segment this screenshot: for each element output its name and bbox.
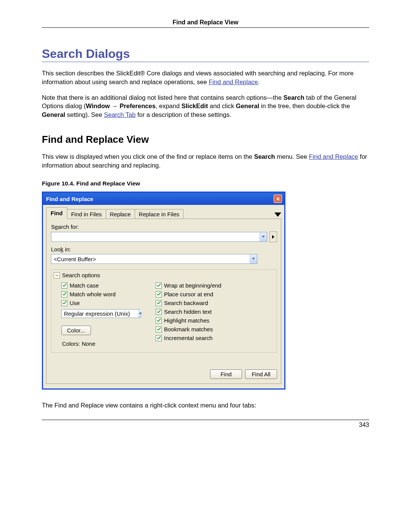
tab-find[interactable]: Find — [46, 207, 67, 219]
text: , expand — [156, 102, 182, 109]
text: and click — [208, 102, 236, 109]
close-button[interactable]: ✕ — [274, 195, 282, 203]
intro-paragraph-2: Note that there is an additional dialog … — [42, 93, 369, 119]
text: menu. See — [275, 153, 309, 160]
check-icon — [157, 336, 161, 340]
group-title-text: Search options — [62, 272, 100, 278]
regex-type-input[interactable] — [62, 310, 139, 318]
tab-replace[interactable]: Replace — [106, 209, 135, 219]
section-heading: Search Dialogs — [42, 47, 369, 62]
text: k — [61, 246, 64, 252]
wrap-checkbox[interactable]: Wrap at beginning/end — [156, 282, 221, 289]
check-icon — [157, 283, 161, 288]
close-icon: ✕ — [276, 196, 280, 202]
search-for-expand-button[interactable] — [269, 232, 277, 242]
check-icon — [62, 283, 67, 288]
find-button[interactable]: Find — [210, 369, 242, 379]
label-text: Search backward — [164, 300, 208, 306]
search-for-combo[interactable] — [51, 232, 267, 242]
tab-replace-in-files[interactable]: Replace in Files — [135, 209, 184, 219]
look-in-input[interactable] — [51, 254, 250, 264]
triangle-right-icon — [272, 235, 274, 239]
search-for-input[interactable] — [51, 232, 260, 241]
text-bold: General — [236, 102, 259, 109]
color-button[interactable]: Color... — [61, 326, 91, 335]
place-cursor-end-checkbox[interactable]: Place cursor at end — [156, 291, 221, 297]
search-backward-checkbox[interactable]: Search backward — [156, 300, 221, 306]
text-bold: Window — [86, 102, 110, 109]
highlight-matches-checkbox[interactable]: Highlight matches — [156, 317, 221, 324]
subsection-heading: Find and Replace View — [42, 134, 369, 145]
tab-find-in-files[interactable]: Find in Files — [67, 209, 106, 219]
label-text: Highlight matches — [164, 317, 209, 324]
label-text: Wrap at beginning/end — [164, 282, 221, 289]
chevron-down-icon — [252, 258, 255, 260]
text: This view is displayed when you click on… — [42, 153, 254, 160]
text-bold: Search — [284, 94, 304, 101]
find-and-replace-link-2[interactable]: Find and Replace — [309, 153, 358, 160]
bookmark-matches-checkbox[interactable]: Bookmark matches — [156, 326, 221, 332]
title-bar[interactable]: Find and Replace ✕ — [43, 193, 284, 205]
page-header: Find and Replace View — [42, 19, 369, 28]
dialog-body: Find Find in Files Replace Replace in Fi… — [43, 205, 284, 388]
page-number: 343 — [359, 422, 369, 428]
label-text: Match case — [70, 282, 99, 289]
check-icon — [157, 310, 161, 314]
intro-paragraph-1: This section describes the SlickEdit® Co… — [42, 69, 369, 86]
match-case-checkbox[interactable]: Match case — [61, 282, 140, 289]
check-icon — [62, 301, 67, 305]
label-text: Use — [70, 300, 80, 306]
search-tab-link[interactable]: Search Tab — [104, 111, 135, 118]
check-icon — [62, 292, 67, 296]
group-header[interactable]: − Search options — [51, 270, 277, 281]
text: S — [51, 224, 55, 230]
action-row: Find Find All — [51, 369, 277, 379]
tab-bar: Find Find in Files Replace Replace in Fi… — [46, 207, 183, 219]
label-text: Incremental search — [164, 335, 213, 341]
check-icon — [157, 318, 161, 323]
text-bold: Search — [254, 153, 275, 160]
text: → — [110, 102, 120, 109]
find-all-button[interactable]: Find All — [245, 369, 277, 379]
colors-none-text: Colors: None — [62, 340, 140, 347]
label-text: Place cursor at end — [164, 291, 213, 297]
text-bold: General — [42, 111, 65, 118]
use-checkbox[interactable]: Use — [61, 300, 140, 306]
text: Note that there is an additional dialog … — [42, 94, 284, 101]
dialog-title: Find and Replace — [46, 196, 93, 202]
text: arch for: — [58, 224, 79, 230]
regex-type-dropdown-button[interactable] — [139, 310, 142, 318]
find-tab-panel: Search for: Look in: — [46, 219, 281, 384]
text: for a description of these settings. — [135, 111, 231, 118]
chevron-down-icon[interactable] — [274, 212, 281, 217]
find-replace-dialog: Find and Replace ✕ Find Find in Files Re… — [42, 192, 285, 390]
check-icon — [157, 301, 161, 305]
look-in-combo[interactable] — [51, 254, 257, 264]
look-in-dropdown-button[interactable] — [250, 254, 257, 264]
search-for-label: Search for: — [51, 224, 277, 230]
find-and-replace-link[interactable]: Find and Replace — [209, 78, 258, 85]
text: Loo — [51, 246, 61, 252]
page-footer: 343 — [42, 420, 369, 428]
trailing-paragraph: The Find and Replace view contains a rig… — [42, 401, 369, 410]
chevron-down-icon — [262, 236, 265, 238]
text: in the tree, then double-click the — [259, 102, 350, 109]
options-right-column: Wrap at beginning/end Place cursor at en… — [156, 282, 221, 347]
label-text: Bookmark matches — [164, 326, 213, 332]
regex-type-combo[interactable] — [61, 309, 140, 318]
options-left-column: Match case Match whole word Use — [61, 282, 140, 347]
figure-caption: Figure 10.4. Find and Replace View — [42, 180, 369, 187]
text: . — [258, 78, 260, 85]
label-text: Search hidden text — [164, 308, 212, 315]
collapse-icon[interactable]: − — [54, 272, 60, 278]
label-text: Match whole word — [70, 291, 116, 297]
chevron-down-icon — [139, 313, 142, 315]
search-hidden-text-checkbox[interactable]: Search hidden text — [156, 308, 221, 315]
text-bold: Preferences — [119, 102, 155, 109]
match-whole-word-checkbox[interactable]: Match whole word — [61, 291, 140, 297]
check-icon — [157, 292, 161, 296]
search-for-dropdown-button[interactable] — [260, 232, 267, 241]
incremental-search-checkbox[interactable]: Incremental search — [156, 335, 221, 341]
look-in-label: Look in: — [51, 246, 277, 252]
search-options-group: − Search options Match case Match whole … — [51, 269, 277, 353]
